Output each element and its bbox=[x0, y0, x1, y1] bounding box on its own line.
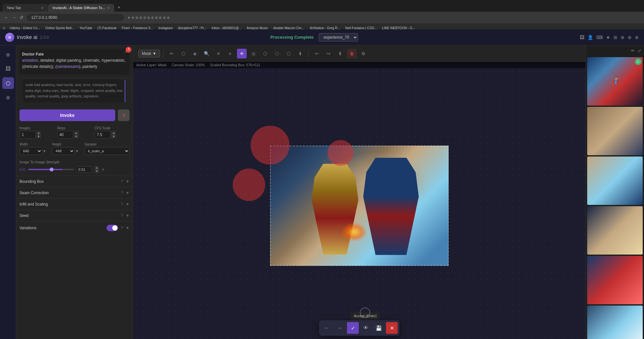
bookmark-fiverr[interactable]: Fiverr - Freelance S... bbox=[120, 26, 155, 31]
variations-toggle[interactable] bbox=[106, 225, 118, 231]
steps-input[interactable] bbox=[57, 131, 73, 139]
images-up[interactable]: ▲ bbox=[36, 131, 41, 135]
grid-header-icon[interactable]: ⊞ bbox=[613, 35, 617, 40]
sidebar-icon-canvas[interactable]: ⬡ bbox=[2, 77, 14, 89]
gallery-item-5[interactable] bbox=[587, 256, 643, 304]
zoom-tool-btn[interactable]: 🔍 bbox=[202, 49, 212, 58]
images-down[interactable]: ▼ bbox=[36, 135, 41, 138]
seed-help-icon[interactable]: ? bbox=[121, 213, 123, 218]
user-header-icon[interactable]: 👤 bbox=[588, 35, 593, 40]
target-tool-btn[interactable]: ◎ bbox=[249, 49, 258, 58]
img2img-up[interactable]: ▲ bbox=[94, 166, 99, 170]
canvas-area[interactable]: Accept (Enter) ← → ✓ 👁 💾 ✕ bbox=[133, 68, 586, 339]
tab-invokeai[interactable]: InvokeAI - A Stable Diffusion To... ✕ bbox=[48, 4, 114, 12]
redo-btn[interactable]: ↪ bbox=[324, 49, 333, 58]
close-mask-btn[interactable]: ✕ bbox=[214, 49, 223, 58]
width-select[interactable]: 640 bbox=[19, 147, 42, 155]
images-input[interactable] bbox=[19, 131, 36, 139]
bookmark-neil[interactable]: Neil Fontaine | CGS... bbox=[343, 26, 379, 31]
tab-close-invokeai[interactable]: ✕ bbox=[107, 6, 110, 10]
menu-tool-btn[interactable]: ≡ bbox=[225, 49, 235, 58]
img2img-down[interactable]: ▼ bbox=[94, 170, 99, 173]
seam-correction-help-icon[interactable]: ? bbox=[121, 191, 123, 195]
save-btn[interactable]: 💾 bbox=[373, 322, 385, 334]
variations-chevron-icon[interactable]: ▼ bbox=[126, 226, 130, 230]
height-select[interactable]: 448 bbox=[52, 147, 75, 155]
sidebar-icon-layers[interactable]: ⊕ bbox=[2, 49, 14, 60]
seed-chevron-icon[interactable]: ▼ bbox=[126, 213, 130, 218]
move-tool-btn[interactable]: ✛ bbox=[237, 49, 247, 58]
accept-btn[interactable]: ✓ bbox=[347, 322, 359, 334]
brush-tool-btn[interactable]: ✏ bbox=[167, 49, 177, 58]
bounding-box-help-icon[interactable]: ? bbox=[121, 179, 123, 184]
bookmark-artstation[interactable]: ArtStation - Greg R... bbox=[308, 26, 342, 31]
seed-header[interactable]: Seed ? ▼ bbox=[16, 210, 133, 221]
share-header-icon[interactable]: ⊕ bbox=[621, 35, 625, 40]
gallery-edit-icon[interactable]: ✏ bbox=[631, 48, 635, 53]
gallery-item-4[interactable] bbox=[587, 206, 643, 255]
gallery-item-2[interactable] bbox=[587, 107, 643, 155]
forward-button[interactable]: → bbox=[12, 15, 16, 20]
bookmark-instagram[interactable]: Instagram bbox=[156, 26, 175, 31]
sampler-select[interactable]: k_euler_a bbox=[85, 147, 130, 155]
flatten-btn[interactable]: ⬇ bbox=[295, 49, 305, 58]
clear-canvas-btn[interactable]: 🗑 bbox=[347, 49, 357, 58]
tab-newtab[interactable]: New Tab ✕ bbox=[3, 4, 48, 12]
bookmark-udemy[interactable]: Udemy - Online Co... bbox=[8, 26, 42, 31]
keyboard-header-icon[interactable]: ⌨ bbox=[596, 35, 603, 40]
github-header-icon[interactable]: ⊕ bbox=[628, 35, 632, 40]
cfg-input[interactable] bbox=[94, 131, 111, 139]
prev-image-btn[interactable]: ← bbox=[321, 322, 333, 334]
infill-header[interactable]: Infill and Scaling ? ▼ bbox=[16, 199, 133, 210]
eraser-tool-btn[interactable]: ⬡ bbox=[179, 49, 188, 58]
merge-layers-btn[interactable]: ⬡ bbox=[284, 49, 293, 58]
variations-help-icon[interactable]: ? bbox=[121, 226, 123, 230]
refresh-button[interactable]: ↺ bbox=[19, 15, 23, 20]
bookmark-webtoon[interactable]: LINE WEBTOON - G... bbox=[380, 26, 417, 31]
seam-correction-header[interactable]: Seam Correction ? ▼ bbox=[16, 187, 133, 198]
star-header-icon[interactable]: ★ bbox=[606, 35, 610, 40]
sidebar-icon-nodes[interactable]: ⊕ bbox=[2, 92, 14, 103]
new-tab-button[interactable]: + bbox=[114, 3, 123, 12]
gallery-item-1[interactable]: 🦸 ✓ bbox=[587, 57, 643, 106]
discard-btn[interactable]: ✕ bbox=[386, 322, 398, 334]
steps-up[interactable]: ▲ bbox=[74, 131, 79, 135]
img2img-reset[interactable]: ↺ bbox=[102, 168, 104, 171]
tab-close-newtab[interactable]: ✕ bbox=[41, 6, 43, 10]
image-header-icon[interactable]: 🖼 bbox=[580, 35, 584, 40]
sidebar-icon-images[interactable]: 🖼 bbox=[2, 63, 14, 75]
back-button[interactable]: ← bbox=[4, 15, 8, 20]
img2img-value[interactable] bbox=[76, 166, 92, 173]
undo-btn[interactable]: ↩ bbox=[312, 49, 322, 58]
cfg-down[interactable]: ▼ bbox=[111, 135, 116, 138]
view-btn[interactable]: 👁 bbox=[360, 322, 372, 334]
bucket-tool-btn[interactable]: ◈ bbox=[190, 49, 200, 58]
discord-header-icon[interactable]: ⊕ bbox=[635, 35, 639, 40]
bookmark-sports[interactable]: Online Sports Bett... bbox=[43, 26, 76, 31]
variations-header[interactable]: Variations ? ▼ bbox=[16, 221, 133, 234]
copy-layer-btn[interactable]: ⬡ bbox=[260, 49, 270, 58]
bookmark-youtube[interactable]: YouTube bbox=[78, 26, 94, 31]
bookmark-discipline[interactable]: disciplene777 - Pr... bbox=[176, 26, 208, 31]
gallery-item-3[interactable] bbox=[587, 157, 643, 205]
paste-layer-btn[interactable]: ⬡ bbox=[272, 49, 282, 58]
negative-prompt-box[interactable]: nude bad anatomy, bad hands, text, error… bbox=[23, 80, 126, 102]
seam-correction-chevron-icon[interactable]: ▼ bbox=[126, 191, 130, 195]
canvas-settings-btn[interactable]: ⚙ bbox=[359, 49, 368, 58]
next-image-btn[interactable]: → bbox=[334, 322, 346, 334]
bounding-box-chevron-icon[interactable]: ▼ bbox=[126, 179, 130, 184]
bounding-box-header[interactable]: Bounding Box ? ▼ bbox=[16, 176, 133, 187]
bookmark-wacom[interactable]: disable Wacom Circ... bbox=[271, 26, 307, 31]
url-input[interactable] bbox=[27, 14, 124, 21]
img2img-slider[interactable] bbox=[28, 169, 74, 170]
infill-help-icon[interactable]: ? bbox=[121, 202, 123, 207]
experience-select[interactable]: experience_70 bbox=[319, 33, 358, 42]
invoke-button[interactable]: Invoke bbox=[19, 109, 115, 121]
bookmark-inbox[interactable]: Inbox - klk56831@... bbox=[210, 26, 243, 31]
save-canvas-btn[interactable]: ⬆ bbox=[335, 49, 345, 58]
gallery-item-6[interactable] bbox=[587, 306, 643, 339]
cfg-up[interactable]: ▲ bbox=[111, 131, 116, 135]
steps-down[interactable]: ▼ bbox=[74, 135, 79, 138]
gallery-expand-icon[interactable]: ⤢ bbox=[638, 48, 641, 53]
positive-prompt-box[interactable]: Doctor Fate artstation, detailed, digita… bbox=[19, 49, 130, 75]
